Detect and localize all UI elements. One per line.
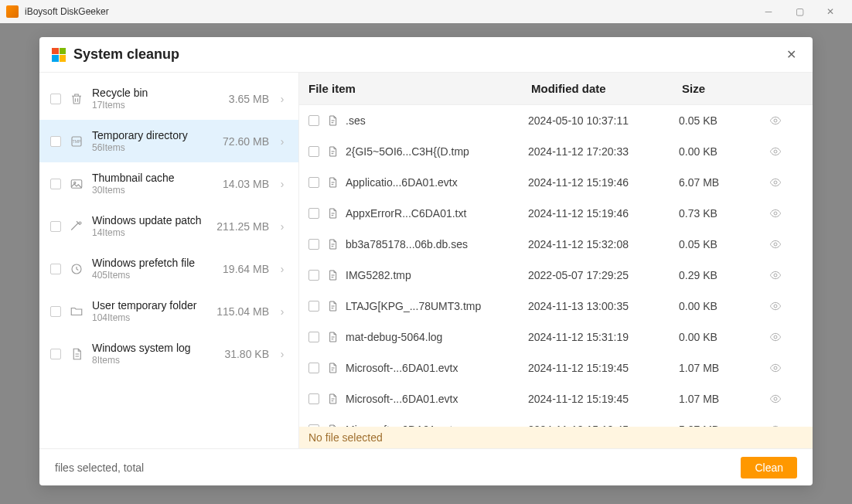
prefetch-icon — [69, 261, 84, 277]
category-checkbox[interactable] — [50, 306, 61, 317]
svg-point-12 — [774, 305, 777, 308]
file-name: .ses — [346, 114, 528, 127]
file-row[interactable]: mat-debug-5064.log2024-11-12 15:31:190.0… — [299, 322, 813, 352]
folder-icon — [69, 304, 84, 319]
category-item[interactable]: TMPTemporary directory56Items72.60 MB› — [39, 120, 298, 162]
svg-point-6 — [774, 119, 777, 122]
file-name: AppxErrorR...C6DA01.txt — [346, 207, 528, 220]
file-size: 0.00 KB — [679, 300, 756, 312]
file-checkbox[interactable] — [308, 115, 319, 126]
file-modified-date: 2024-11-13 13:00:35 — [528, 300, 679, 312]
column-file-item[interactable]: File item — [299, 82, 531, 95]
file-name: Microsoft-...6DA01.evtx — [346, 362, 528, 374]
file-icon — [325, 267, 339, 283]
category-item-count: 30Items — [92, 185, 207, 196]
file-row[interactable]: Applicatio...6DA01.evtx2024-11-12 15:19:… — [299, 167, 813, 198]
chevron-right-icon: › — [277, 220, 288, 233]
preview-button[interactable] — [756, 269, 795, 281]
category-item[interactable]: Thumbnail cache30Items14.03 MB› — [39, 162, 298, 205]
chevron-right-icon: › — [277, 305, 288, 318]
file-icon — [325, 329, 339, 345]
file-row[interactable]: IMG5282.tmp2022-05-07 17:29:250.29 KB — [299, 260, 813, 291]
file-checkbox[interactable] — [308, 363, 319, 373]
file-name: bb3a785178...06b.db.ses — [346, 238, 528, 250]
preview-button[interactable] — [756, 114, 795, 127]
category-checkbox[interactable] — [50, 94, 61, 104]
svg-point-9 — [774, 212, 777, 215]
window-title: iBoysoft DiskGeeker — [25, 6, 109, 17]
svg-text:TMP: TMP — [72, 139, 81, 144]
file-icon — [325, 237, 339, 252]
maximize-button[interactable]: ▢ — [784, 0, 815, 23]
file-row[interactable]: AppxErrorR...C6DA01.txt2024-11-12 15:19:… — [299, 198, 813, 229]
clean-button[interactable]: Clean — [741, 457, 797, 478]
file-name: 2{GI5~5OI6...C3H{(D.tmp — [346, 145, 528, 158]
category-item[interactable]: User temporary folder104Items115.04 MB› — [39, 290, 298, 332]
preview-button[interactable] — [756, 331, 795, 343]
file-row[interactable]: Microsoft-...6DA01.evtx2024-11-12 15:19:… — [299, 383, 813, 414]
file-name: Applicatio...6DA01.evtx — [346, 176, 528, 189]
file-row[interactable]: Microsoft-...6DA01.evtx2024-11-12 15:19:… — [299, 414, 813, 427]
file-icon — [325, 144, 339, 159]
file-checkbox[interactable] — [308, 177, 319, 188]
file-row[interactable]: Microsoft-...6DA01.evtx2024-11-12 15:19:… — [299, 352, 813, 383]
column-size[interactable]: Size — [682, 82, 759, 95]
file-table-header: File item Modified date Size — [299, 73, 813, 105]
close-button[interactable]: ✕ — [815, 0, 846, 23]
category-item[interactable]: Windows system log8Items31.80 KB› — [39, 332, 298, 375]
category-name: Temporary directory — [92, 129, 207, 142]
file-checkbox[interactable] — [308, 301, 319, 312]
modal-backdrop: System cleanup ✕ Recycle bin17Items3.65 … — [0, 23, 852, 504]
file-checkbox[interactable] — [308, 146, 319, 157]
category-item-count: 56Items — [92, 142, 207, 153]
category-checkbox[interactable] — [50, 349, 61, 359]
category-checkbox[interactable] — [50, 136, 61, 147]
log-icon — [69, 346, 84, 362]
file-checkbox[interactable] — [308, 270, 319, 281]
category-item[interactable]: Windows update patch14Items211.25 MB› — [39, 205, 298, 247]
file-name: LTAJG[KPG_...78UMT3.tmp — [346, 300, 528, 312]
category-checkbox[interactable] — [50, 179, 61, 189]
preview-button[interactable] — [756, 238, 795, 250]
column-modified-date[interactable]: Modified date — [531, 82, 682, 95]
preview-button[interactable] — [756, 362, 795, 374]
category-checkbox[interactable] — [50, 264, 61, 274]
file-row[interactable]: .ses2024-05-10 10:37:110.05 KB — [299, 105, 813, 136]
category-name: User temporary folder — [92, 299, 207, 312]
file-modified-date: 2024-11-12 15:32:08 — [528, 238, 679, 250]
footer-status-text: files selected, total — [55, 461, 144, 474]
category-size: 19.64 MB — [215, 263, 269, 275]
category-item-count: 17Items — [92, 100, 207, 111]
category-item-count: 14Items — [92, 227, 207, 238]
file-modified-date: 2024-11-12 15:31:19 — [528, 331, 679, 343]
file-checkbox[interactable] — [308, 332, 319, 342]
file-checkbox[interactable] — [308, 393, 319, 404]
preview-button[interactable] — [756, 207, 795, 220]
minimize-button[interactable]: ─ — [753, 0, 784, 23]
svg-point-14 — [774, 366, 777, 369]
file-checkbox[interactable] — [308, 208, 319, 219]
preview-button[interactable] — [756, 145, 795, 158]
category-item[interactable]: Recycle bin17Items3.65 MB› — [39, 77, 298, 120]
file-row[interactable]: LTAJG[KPG_...78UMT3.tmp2024-11-13 13:00:… — [299, 291, 813, 322]
category-item[interactable]: Windows prefetch file405Items19.64 MB› — [39, 247, 298, 290]
category-item-count: 104Items — [92, 312, 207, 323]
file-modified-date: 2024-11-12 15:19:45 — [528, 393, 679, 405]
preview-button[interactable] — [756, 176, 795, 189]
category-size: 211.25 MB — [215, 220, 269, 233]
preview-button[interactable] — [756, 300, 795, 312]
file-row[interactable]: 2{GI5~5OI6...C3H{(D.tmp2024-11-12 17:20:… — [299, 136, 813, 167]
file-checkbox[interactable] — [308, 239, 319, 250]
windows-logo-icon — [52, 48, 66, 62]
close-modal-button[interactable]: ✕ — [782, 46, 800, 64]
category-checkbox[interactable] — [50, 221, 61, 232]
file-row[interactable]: bb3a785178...06b.db.ses2024-11-12 15:32:… — [299, 229, 813, 260]
svg-point-10 — [774, 243, 777, 246]
file-size: 0.73 KB — [679, 207, 756, 220]
app-window: iBoysoft DiskGeeker ─ ▢ ✕ System cleanup… — [0, 0, 852, 504]
file-name: mat-debug-5064.log — [346, 331, 528, 343]
preview-button[interactable] — [756, 393, 795, 405]
file-icon — [325, 113, 339, 128]
file-size: 0.05 KB — [679, 238, 756, 250]
file-list[interactable]: .ses2024-05-10 10:37:110.05 KB2{GI5~5OI6… — [299, 105, 813, 427]
